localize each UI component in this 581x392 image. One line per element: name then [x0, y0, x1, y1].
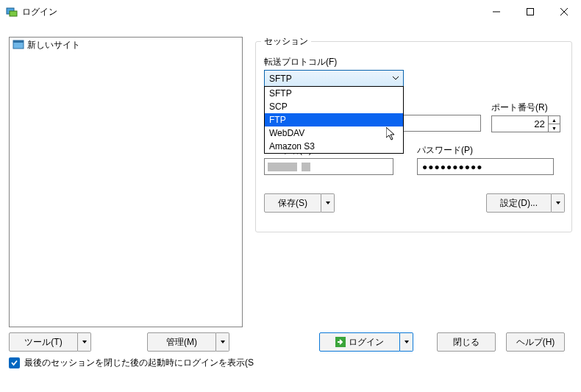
close-button[interactable]	[547, 0, 581, 24]
login-arrow-icon	[335, 337, 346, 347]
tree-item-label: 新しいサイト	[27, 39, 80, 51]
window-title: ログイン	[22, 6, 57, 18]
login-button-main[interactable]: ログイン	[319, 332, 400, 352]
show-login-checkbox-row: 最後のセッションを閉じた後の起動時にログインを表示(S	[9, 357, 254, 369]
show-login-checkbox[interactable]	[9, 357, 20, 368]
show-login-checkbox-label: 最後のセッションを閉じた後の起動時にログインを表示(S	[24, 357, 254, 369]
protocol-option-sftp[interactable]: SFTP	[265, 87, 403, 100]
password-input[interactable]: ●●●●●●●●●●	[417, 158, 554, 175]
settings-button[interactable]: 設定(D)...	[486, 193, 565, 213]
password-block: パスワード(P) ●●●●●●●●●●	[417, 144, 554, 175]
help-button[interactable]: ヘルプ(H)	[506, 332, 565, 352]
port-block: ポート番号(R) ▲ ▼	[491, 101, 565, 132]
login-button-dropdown[interactable]	[400, 332, 413, 352]
svg-rect-7	[13, 40, 24, 43]
save-button-main[interactable]: 保存(S)	[264, 193, 321, 213]
port-spinner[interactable]: ▲ ▼	[491, 115, 565, 132]
protocol-option-webdav[interactable]: WebDAV	[265, 126, 403, 140]
tools-button-main[interactable]: ツール(T)	[9, 332, 78, 352]
password-mask: ●●●●●●●●●●	[422, 162, 482, 172]
session-group-label: セッション	[261, 35, 311, 48]
close-dialog-button[interactable]: 閉じる	[437, 332, 496, 352]
svg-rect-3	[527, 9, 534, 15]
manage-button[interactable]: 管理(M)	[147, 332, 229, 352]
tools-button[interactable]: ツール(T)	[9, 332, 91, 352]
chevron-down-icon	[555, 200, 561, 206]
site-tree[interactable]: 新しいサイト	[9, 37, 243, 327]
save-button[interactable]: 保存(S)	[264, 193, 335, 213]
dialog-body: 新しいサイト セッション 転送プロトコル(F) SFTP SFTP SCP FT…	[9, 29, 572, 383]
protocol-value: SFTP	[269, 74, 292, 84]
port-spin-up[interactable]: ▲	[549, 116, 560, 124]
minimize-button[interactable]	[480, 0, 513, 24]
settings-button-dropdown[interactable]	[552, 193, 565, 213]
chevron-down-icon	[391, 73, 400, 83]
port-input[interactable]	[491, 115, 549, 132]
protocol-combobox[interactable]: SFTP	[264, 70, 404, 87]
port-spin-down[interactable]: ▼	[549, 124, 560, 132]
username-input[interactable]	[264, 158, 393, 175]
svg-rect-1	[10, 11, 17, 16]
password-label: パスワード(P)	[417, 144, 554, 157]
tools-button-dropdown[interactable]	[78, 332, 91, 352]
chevron-down-icon	[82, 339, 88, 345]
tree-item-new-site[interactable]: 新しいサイト	[10, 38, 242, 52]
save-button-dropdown[interactable]	[321, 193, 335, 213]
chevron-down-icon	[404, 339, 410, 345]
titlebar: ログイン	[0, 0, 581, 24]
site-icon	[13, 39, 24, 51]
username-redacted-1	[268, 163, 297, 171]
settings-button-main[interactable]: 設定(D)...	[486, 193, 552, 213]
chevron-down-icon	[220, 339, 226, 345]
manage-button-main[interactable]: 管理(M)	[147, 332, 216, 352]
manage-button-dropdown[interactable]	[216, 332, 229, 352]
maximize-button[interactable]	[513, 0, 547, 24]
chevron-down-icon	[325, 200, 331, 206]
port-label: ポート番号(R)	[491, 101, 565, 114]
protocol-label: 転送プロトコル(F)	[264, 56, 404, 68]
window-buttons	[480, 0, 581, 24]
port-spin-buttons[interactable]: ▲ ▼	[549, 115, 560, 132]
mouse-cursor-icon	[386, 127, 398, 142]
protocol-dropdown[interactable]: SFTP SCP FTP WebDAV Amazon S3	[264, 86, 404, 154]
protocol-option-scp[interactable]: SCP	[265, 100, 403, 113]
protocol-block: 転送プロトコル(F) SFTP	[264, 56, 404, 87]
username-redacted-2	[302, 163, 310, 171]
protocol-option-amazons3[interactable]: Amazon S3	[265, 140, 403, 153]
protocol-option-ftp[interactable]: FTP	[265, 113, 403, 126]
app-icon	[6, 6, 18, 18]
check-icon	[10, 359, 18, 367]
login-dialog: ログイン 新しいサイト	[0, 0, 581, 392]
login-button[interactable]: ログイン	[319, 332, 413, 352]
